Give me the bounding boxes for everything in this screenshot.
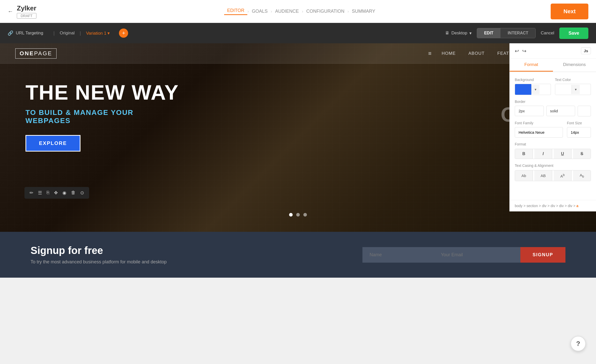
hero-subtitle: TO BUILD & MANAGE YOUR WEBPAGES [25,109,179,125]
device-selector[interactable]: 🖥 Desktop ▾ [445,31,471,36]
draft-badge: DRAFT [17,13,36,19]
device-label: Desktop [451,31,467,36]
editor-toolbar-right: 🖥 Desktop ▾ EDIT INTERACT Cancel Save [445,28,588,39]
hamburger-icon[interactable]: ≡ [428,50,431,57]
step-editor-label[interactable]: EDITOR [224,8,248,15]
desktop-icon: 🖥 [445,31,449,36]
casing-subscript[interactable]: Ab [573,170,591,181]
font-size-label: Font Size [567,121,591,125]
border-style-field [546,106,575,116]
italic-button[interactable]: I [534,149,552,159]
redo-button[interactable]: ↪ [522,48,526,54]
nav-home[interactable]: HOME [442,51,456,56]
edit-element-icon[interactable]: ✏ [28,189,35,197]
step-goals-label[interactable]: GOALS [249,9,271,14]
brand-name: Zylker [17,4,36,12]
step-summary-label[interactable]: SUMMARY [349,9,378,14]
tab-original[interactable]: Original [55,29,80,38]
save-button[interactable]: Save [559,28,588,39]
step-summary[interactable]: SUMMARY [349,9,378,14]
format-label: Format [515,142,591,146]
border-color-swatch[interactable] [578,106,591,116]
border-style-input[interactable] [546,106,575,116]
device-dropdown-icon[interactable]: ▾ [469,31,472,36]
add-variation-button[interactable]: + [119,29,128,38]
step-configuration-label[interactable]: CONFIGURATION [303,9,347,14]
text-color-swatch[interactable] [555,84,572,95]
background-color-picker[interactable]: ▾ [515,84,551,95]
background-color-swatch[interactable] [515,84,531,95]
dot-1[interactable] [289,213,293,217]
signup-button[interactable]: SIGNUP [520,247,565,263]
dropdown-arrow-icon[interactable]: ▾ [107,31,110,36]
settings-element-icon[interactable]: ⊙ [79,189,86,197]
text-color-picker[interactable]: ▾ [555,84,591,95]
panel-toolbar: ↩ ↪ Js [510,43,596,59]
main-content: ONEPAGE ≡ HOME ABOUT FEATURES TEAM CLIEN… [0,43,596,232]
editor-toolbar: 🔗 URL Targeting | Original | Variation 1… [0,23,596,43]
step-audience-label[interactable]: AUDIENCE [272,9,302,14]
casing-superscript[interactable]: Ab [554,170,572,181]
signup-description: To try the most advanced business platfo… [31,259,167,265]
hero-section: ONEPAGE ≡ HOME ABOUT FEATURES TEAM CLIEN… [0,43,596,232]
panel-content: Background ▾ Text Color ▾ [510,72,596,207]
step-configuration[interactable]: CONFIGURATION [303,9,347,14]
signup-name-input[interactable] [362,247,434,263]
undo-button[interactable]: ↩ [515,48,519,54]
cancel-button[interactable]: Cancel [541,31,554,36]
font-size-input[interactable] [567,127,591,138]
tab-variation-1[interactable]: Variation 1 ▾ [81,29,115,38]
signup-section: Signup for free To try the most advanced… [0,232,596,278]
delete-icon[interactable]: 🗑 [70,189,77,197]
bold-button[interactable]: B [515,149,533,159]
next-button[interactable]: Next [551,4,588,19]
interact-button[interactable]: INTERACT [500,28,535,38]
step-audience[interactable]: AUDIENCE [272,9,302,14]
breadcrumb-active: a [576,204,578,208]
top-navigation-bar: ← Zylker DRAFT EDITOR › GOALS › AUDIENCE… [0,0,596,23]
js-badge[interactable]: Js [581,47,591,54]
visibility-icon[interactable]: ◉ [61,189,68,197]
hero-logo: ONEPAGE [15,48,57,59]
border-width-field [515,106,544,116]
background-label: Background [515,78,551,82]
help-button[interactable]: ? [571,336,586,351]
back-button[interactable]: ← [8,8,13,15]
dot-3[interactable] [303,213,307,217]
nav-about[interactable]: ABOUT [468,51,485,56]
background-color-dropdown[interactable]: ▾ [531,85,539,94]
signup-email-input[interactable] [434,247,520,263]
underline-button[interactable]: U [554,149,572,159]
casing-capitalize[interactable]: Ab [515,170,533,181]
strikethrough-button[interactable]: S [573,149,591,159]
font-family-input[interactable] [515,127,563,138]
casing-uppercase[interactable]: AB [534,170,552,181]
element-toolbar: ✏ ☰ ⎘ ✥ ◉ 🗑 ⊙ [24,187,89,199]
tab-format[interactable]: Format [510,59,553,72]
explore-button[interactable]: EXPLORE [25,135,80,152]
format-buttons-group: B I U S [515,149,591,159]
dot-2[interactable] [296,213,300,217]
tab-dimensions[interactable]: Dimensions [553,59,596,72]
variation-tabs: Original | Variation 1 ▾ [55,29,115,38]
border-width-input[interactable] [515,106,544,116]
text-color-dropdown[interactable]: ▾ [572,85,580,94]
url-targeting-link[interactable]: 🔗 URL Targeting [8,30,43,36]
url-targeting-label[interactable]: URL Targeting [16,31,43,36]
font-family-label: Font Family [515,121,563,125]
breadcrumb-text: body > section > div > div > div > div > [515,204,576,208]
brand-section: Zylker DRAFT [17,4,36,19]
link-element-icon[interactable]: ⎘ [45,189,51,197]
border-row [515,106,591,116]
font-size-field: Font Size [567,121,591,138]
background-field: Background ▾ [515,78,551,95]
list-icon[interactable]: ☰ [36,189,44,197]
step-editor[interactable]: EDITOR [224,8,248,15]
hero-title: THE NEW WAY [25,82,179,103]
wizard-steps: EDITOR › GOALS › AUDIENCE › CONFIGURATIO… [52,8,551,15]
move-icon[interactable]: ✥ [52,189,59,197]
hero-content: THE NEW WAY TO BUILD & MANAGE YOUR WEBPA… [25,82,179,152]
edit-button[interactable]: EDIT [477,28,500,38]
logo-text: ONEPAGE [20,50,52,57]
step-goals[interactable]: GOALS [249,9,271,14]
